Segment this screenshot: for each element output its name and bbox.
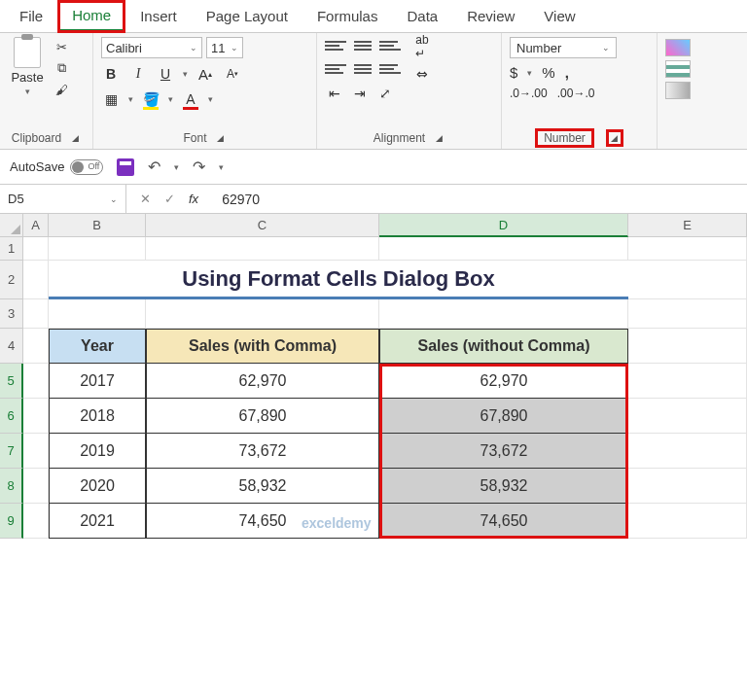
col-header-b[interactable]: B (49, 214, 146, 237)
cell-year[interactable]: 2018 (49, 399, 146, 434)
cell[interactable] (146, 237, 379, 261)
tab-home[interactable]: Home (58, 1, 124, 32)
wrap-text-button[interactable]: ab↵ (412, 37, 432, 56)
cancel-formula-icon[interactable]: ✕ (140, 192, 151, 206)
row-header[interactable]: 1 (0, 237, 23, 261)
save-icon[interactable] (117, 158, 134, 176)
cell-year[interactable]: 2017 (49, 364, 146, 399)
cell-without-comma[interactable]: 67,890 (379, 399, 628, 434)
bold-button[interactable]: B (101, 64, 121, 84)
font-name-select[interactable]: Calibri ⌄ (101, 37, 202, 58)
row-header[interactable]: 7 (0, 434, 23, 469)
cut-icon[interactable]: ✂ (53, 39, 70, 54)
italic-button[interactable]: I (128, 64, 148, 84)
cell-without-comma[interactable]: 73,672 (379, 434, 628, 469)
cell[interactable] (49, 299, 146, 329)
decrease-font-button[interactable]: A▾ (223, 64, 242, 84)
cell[interactable] (628, 469, 747, 504)
alignment-launcher-icon[interactable]: ◢ (433, 132, 445, 144)
number-format-select[interactable]: Number ⌄ (510, 37, 617, 58)
decrease-indent-button[interactable]: ⇤ (325, 84, 344, 103)
align-bottom-button[interactable] (379, 37, 401, 54)
decrease-decimal-button[interactable]: .00→.0 (557, 87, 595, 100)
clipboard-launcher-icon[interactable]: ◢ (69, 132, 81, 144)
cell[interactable] (628, 399, 747, 434)
row-header[interactable]: 6 (0, 399, 23, 434)
table-header-year[interactable]: Year (49, 329, 146, 364)
row-header[interactable]: 4 (0, 329, 23, 364)
percent-format-button[interactable]: % (542, 64, 554, 81)
insert-function-icon[interactable]: fx (189, 192, 198, 206)
tab-data[interactable]: Data (393, 2, 451, 30)
cell-without-comma[interactable]: 62,970 (379, 364, 628, 399)
cell-styles-button[interactable] (665, 82, 691, 99)
cell-with-comma[interactable]: 74,650 (146, 504, 379, 539)
cell-year[interactable]: 2021 (49, 504, 146, 539)
cell[interactable] (628, 434, 747, 469)
cell-without-comma[interactable]: 74,650 (379, 504, 628, 539)
comma-format-button[interactable]: , (565, 64, 569, 81)
accept-formula-icon[interactable]: ✓ (164, 192, 175, 206)
cell-with-comma[interactable]: 73,672 (146, 434, 379, 469)
tab-page-layout[interactable]: Page Layout (193, 2, 302, 30)
row-header[interactable]: 3 (0, 299, 23, 329)
col-header-d[interactable]: D (379, 214, 628, 237)
tab-formulas[interactable]: Formulas (303, 2, 392, 30)
font-size-select[interactable]: 11 ⌄ (206, 37, 243, 58)
cell[interactable] (23, 329, 49, 364)
cell-without-comma[interactable]: 58,932 (379, 469, 628, 504)
cell[interactable] (23, 237, 49, 261)
chevron-down-icon[interactable]: ▾ (183, 69, 188, 79)
merge-center-button[interactable]: ⇔ (412, 64, 432, 84)
accounting-format-button[interactable]: $ (510, 64, 517, 81)
conditional-formatting-button[interactable] (665, 39, 691, 56)
redo-button[interactable]: ↷ (193, 158, 205, 176)
cell[interactable] (628, 237, 747, 261)
increase-font-button[interactable]: A▴ (196, 64, 215, 84)
col-header-e[interactable]: E (628, 214, 747, 237)
cell-with-comma[interactable]: 58,932 (146, 469, 379, 504)
font-color-button[interactable]: A (181, 89, 200, 109)
tab-view[interactable]: View (530, 2, 588, 30)
tab-insert[interactable]: Insert (126, 2, 191, 30)
sheet-title[interactable]: Using Format Cells Dialog Box (49, 261, 628, 299)
col-header-a[interactable]: A (23, 214, 49, 237)
cell[interactable] (23, 299, 49, 329)
undo-button[interactable]: ↶ (148, 158, 160, 176)
orientation-button[interactable]: ⤢ (375, 84, 395, 103)
chevron-down-icon[interactable]: ▾ (527, 68, 532, 78)
chevron-down-icon[interactable]: ▾ (208, 94, 213, 104)
col-header-c[interactable]: C (146, 214, 379, 237)
cell[interactable] (23, 469, 49, 504)
cell-with-comma[interactable]: 62,970 (146, 364, 379, 399)
font-launcher-icon[interactable]: ◢ (215, 132, 227, 144)
cell[interactable] (628, 299, 747, 329)
align-middle-button[interactable] (352, 37, 374, 54)
increase-indent-button[interactable]: ⇥ (350, 84, 370, 103)
tab-review[interactable]: Review (453, 2, 528, 30)
select-all-corner[interactable] (0, 214, 23, 237)
borders-button[interactable]: ▦ (101, 89, 121, 109)
cell-year[interactable]: 2020 (49, 469, 146, 504)
row-header[interactable]: 2 (0, 261, 23, 299)
cell[interactable] (23, 261, 49, 299)
tab-file[interactable]: File (6, 2, 56, 30)
table-header-with-comma[interactable]: Sales (with Comma) (146, 329, 379, 364)
row-header[interactable]: 5 (0, 364, 23, 399)
format-painter-icon[interactable]: 🖌 (53, 82, 70, 97)
name-box[interactable]: D5 ⌄ (0, 185, 126, 213)
cell[interactable] (23, 399, 49, 434)
cell[interactable] (146, 299, 379, 329)
chevron-down-icon[interactable]: ▾ (219, 162, 224, 172)
cell-year[interactable]: 2019 (49, 434, 146, 469)
number-launcher-icon[interactable]: ◢ (609, 132, 621, 144)
align-left-button[interactable] (325, 60, 346, 78)
underline-button[interactable]: U (156, 64, 175, 84)
formula-input[interactable]: 62970 (212, 192, 747, 207)
autosave-toggle[interactable]: AutoSave Off (10, 159, 103, 175)
chevron-down-icon[interactable]: ▾ (168, 94, 173, 104)
cell[interactable] (23, 434, 49, 469)
cell[interactable] (628, 261, 747, 299)
increase-decimal-button[interactable]: .0→.00 (510, 87, 548, 100)
cell[interactable] (379, 237, 628, 261)
